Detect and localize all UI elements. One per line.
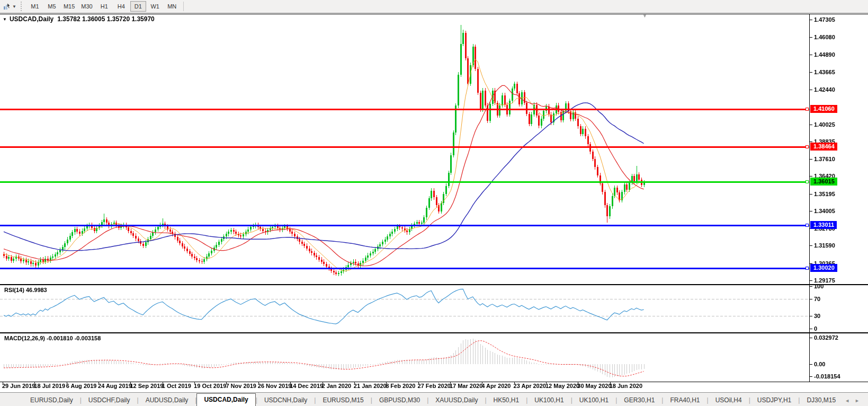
tab-scroll-left-icon[interactable]: ◄ xyxy=(845,398,855,403)
rsi-value: 46.9983 xyxy=(26,287,47,293)
hline-price-badge: 1.38464 xyxy=(810,143,837,151)
date-tick-label: 19 Oct 2019 xyxy=(194,383,226,389)
timeframe-button-mn[interactable]: MN xyxy=(164,1,180,12)
timeframe-button-m15[interactable]: M15 xyxy=(61,1,77,12)
date-tick-label: 17 Mar 2020 xyxy=(450,383,482,389)
date-tick-label: 12 May 2020 xyxy=(545,383,579,389)
chart-tab-audusd-daily[interactable]: AUDUSD,Daily xyxy=(139,394,195,406)
chart-tab-eurusd-m15[interactable]: EURUSD,M15 xyxy=(316,394,370,406)
date-tick-label: 21 Jan 2020 xyxy=(354,383,387,389)
hline-price-badge: 1.30020 xyxy=(810,264,837,272)
chart-tab-eurusd-daily[interactable]: EURUSD,Daily xyxy=(23,394,80,406)
date-tick-label: 23 Apr 2020 xyxy=(514,383,546,389)
date-tick-label: 18 Jun 2020 xyxy=(610,383,642,389)
chevron-down-icon: ▼ xyxy=(12,4,16,9)
chart-tool-button[interactable]: ▼ xyxy=(0,1,19,12)
date-tick-label: 1 Oct 2019 xyxy=(162,383,191,389)
date-tick-label: 26 Nov 2019 xyxy=(258,383,292,389)
price-tick-label: 1.42440 xyxy=(814,86,835,93)
chart-collapse-triangle-icon[interactable]: ▼ xyxy=(3,17,7,22)
timeframe-button-m1[interactable]: M1 xyxy=(27,1,43,12)
price-tick-label: 1.46080 xyxy=(814,33,835,41)
tab-scroll-right-icon[interactable]: ► xyxy=(855,398,865,403)
macd-name: MACD(12,26,9) xyxy=(4,335,45,341)
timeframe-button-w1[interactable]: W1 xyxy=(147,1,163,12)
chart-tab-hk50-h1[interactable]: HK50,H1 xyxy=(487,394,526,406)
chart-tab-usdcnh-daily[interactable]: USDCNH,Daily xyxy=(257,394,314,406)
hline-price-badge: 1.41060 xyxy=(810,105,837,113)
date-tick-label: 7 Nov 2019 xyxy=(226,383,256,389)
date-tick-label: 4 Apr 2020 xyxy=(481,383,511,389)
chart-tab-uk100-h1[interactable]: UK100,H1 xyxy=(527,394,570,406)
chart-ohlc-quote: 1.35782 1.36005 1.35720 1.35970 xyxy=(57,15,155,23)
chart-tab-gbpusd-m30[interactable]: GBPUSD,M30 xyxy=(372,394,427,406)
price-tick-label: 1.35195 xyxy=(814,190,835,198)
chart-tab-xauusd-daily[interactable]: XAUUSD,Daily xyxy=(428,394,485,406)
toolbar-grip xyxy=(21,2,24,11)
chart-cursor-icon xyxy=(2,2,12,11)
chart-tab-usdcad-daily[interactable]: USDCAD,Daily xyxy=(196,393,255,406)
rsi-tick-label: 0 xyxy=(814,325,817,332)
macd-tick-label: 0.032972 xyxy=(814,334,838,341)
chart-tab-usoil-h4[interactable]: USOil,H4 xyxy=(709,394,749,406)
date-tick-label: 24 Aug 2019 xyxy=(98,383,132,389)
chart-tab-uk100-h1[interactable]: UK100,H1 xyxy=(572,394,615,406)
price-tick-label: 1.47305 xyxy=(814,16,835,23)
date-tick-label: 14 Dec 2019 xyxy=(290,383,323,389)
rsi-tick-label: 100 xyxy=(814,283,824,290)
chart-tab-usdjpy-h1[interactable]: USDJPY,H1 xyxy=(750,394,798,406)
date-tick-label: 30 May 2020 xyxy=(577,383,611,389)
date-tick-label: 29 Jun 2019 xyxy=(2,383,35,389)
rsi-indicator-label: RSI(14) 46.9983 xyxy=(4,287,47,293)
chart-title: ▼USDCAD,Daily1.35782 1.36005 1.35720 1.3… xyxy=(3,15,155,23)
price-tick-label: 1.43665 xyxy=(814,68,835,76)
date-tick-label: 6 Aug 2019 xyxy=(66,383,97,389)
macd-indicator-label: MACD(12,26,9) -0.001810 -0.003158 xyxy=(4,335,101,341)
mt4-chart-window: { "toolbar": { "chart_tool_icon": "chart… xyxy=(0,0,868,406)
chart-tab-usdchf-daily[interactable]: USDCHF,Daily xyxy=(82,394,137,406)
hline-price-badge: 1.36015 xyxy=(810,178,837,186)
date-tick-label: 2 Jan 2020 xyxy=(322,383,352,389)
chart-canvas[interactable] xyxy=(0,0,868,406)
chart-tab-bar: EURUSD,Daily|USDCHF,Daily|AUDUSD,Daily|U… xyxy=(0,392,868,406)
chart-tab-ger30-h1[interactable]: GER30,H1 xyxy=(617,394,661,406)
price-tick-label: 1.37610 xyxy=(814,155,835,163)
timeframe-buttons: M1M5M15M30H1H4D1W1MN xyxy=(26,1,181,12)
rsi-name: RSI(14) xyxy=(4,287,24,293)
toolbar: ▼ M1M5M15M30H1H4D1W1MN xyxy=(0,0,868,13)
price-tick-label: 1.44890 xyxy=(814,51,835,58)
macd-tick-label: -0.018154 xyxy=(814,373,840,380)
price-tick-label: 1.40025 xyxy=(814,121,835,128)
macd-tick-label: 0.00 xyxy=(814,360,825,368)
timeframe-button-h1[interactable]: H1 xyxy=(96,1,112,12)
date-tick-label: 8 Feb 2020 xyxy=(386,383,415,389)
timeframe-button-d1[interactable]: D1 xyxy=(130,1,146,12)
macd-main-value: -0.001810 xyxy=(47,335,73,341)
chart-symbol-label: USDCAD,Daily xyxy=(10,15,53,23)
toolbar-separator xyxy=(183,2,184,11)
timeframe-button-m5[interactable]: M5 xyxy=(44,1,60,12)
macd-signal-value: -0.003158 xyxy=(75,335,101,341)
chart-tab-fra40-h1[interactable]: FRA40,H1 xyxy=(663,394,706,406)
price-tick-label: 1.34005 xyxy=(814,207,835,215)
date-tick-label: 12 Sep 2019 xyxy=(130,383,163,389)
price-tick-label: 1.31590 xyxy=(814,242,835,249)
timeframe-button-m30[interactable]: M30 xyxy=(78,1,95,12)
hline-price-badge: 1.33011 xyxy=(810,221,837,229)
date-tick-label: 18 Jul 2019 xyxy=(34,383,65,389)
timeframe-button-h4[interactable]: H4 xyxy=(113,1,129,12)
chart-tab-dj30-m15[interactable]: DJ30,M15 xyxy=(800,394,843,406)
tab-scroll-arrows: ◄► xyxy=(845,398,865,403)
date-tick-label: 27 Feb 2020 xyxy=(418,383,451,389)
rsi-tick-label: 30 xyxy=(814,312,820,320)
rsi-tick-label: 70 xyxy=(814,295,820,303)
chart-shift-marker-icon[interactable]: ▼ xyxy=(642,13,647,19)
